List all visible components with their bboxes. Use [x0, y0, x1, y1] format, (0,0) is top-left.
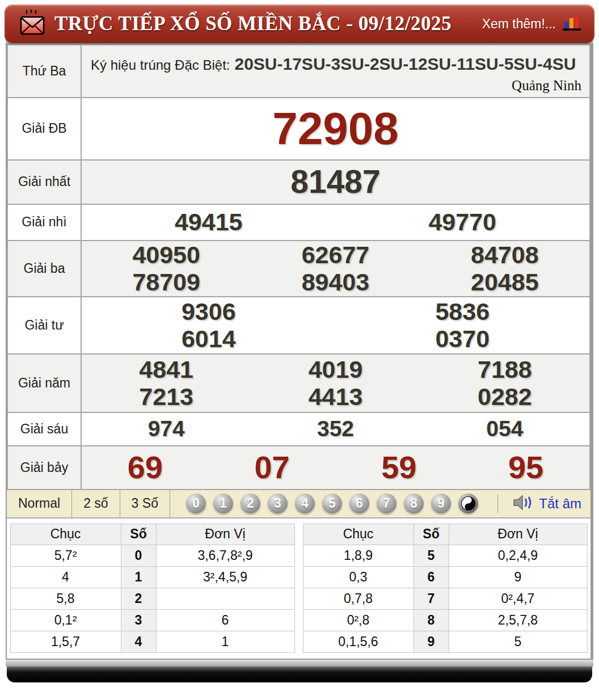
symbol-prefix: Ký hiệu trúng Đặc Biệt:: [91, 57, 230, 73]
table-row: Giải nhất 81487: [7, 160, 590, 204]
chuc-cell: 1,8,9: [303, 545, 414, 566]
results-table: Thứ Ba Ký hiệu trúng Đặc Biệt:20SU-17SU-…: [7, 44, 590, 490]
table-row: Giải tư 9306 5836 6014 0370: [7, 297, 590, 354]
yin-yang-icon[interactable]: [458, 494, 478, 513]
table-row: 1,8,9 5 0,2,4,9: [303, 545, 587, 566]
donvi-cell: 0,2,4,9: [449, 545, 587, 566]
so-cell: 8: [414, 609, 449, 631]
prize-number: 72908: [272, 103, 398, 154]
special-symbol-cell: Ký hiệu trúng Đặc Biệt:20SU-17SU-3SU-2SU…: [81, 45, 590, 98]
envelope-icon: [18, 9, 47, 39]
table-row: 5,7² 0 3,6,7,8²,9: [10, 545, 294, 566]
prize-number: 7213: [139, 383, 193, 410]
table-row: 0²,8 8 2,5,7,8: [303, 609, 587, 631]
table-row: Giải nhì 49415 49770: [7, 204, 590, 241]
table-row: Giải ĐB 72908: [7, 98, 590, 160]
table-row: Thứ Ba Ký hiệu trúng Đặc Biệt:20SU-17SU-…: [7, 45, 590, 98]
mode-normal-button[interactable]: Normal: [7, 490, 72, 517]
bar-chart-icon[interactable]: [563, 14, 582, 33]
donvi-cell: 9: [449, 566, 587, 588]
chuc-cell: 5,8: [10, 588, 121, 609]
table-row: 0,3 6 9: [303, 566, 587, 588]
donvi-cell: 3,6,7,8²,9: [156, 545, 294, 566]
table-row: 1,5,7 4 1: [10, 631, 294, 652]
province-name: Quảng Ninh: [512, 78, 581, 94]
prize-number: 69: [128, 450, 163, 486]
digit-balls: 0 1 2 3 4 5 6 7 8 9: [186, 494, 478, 513]
donvi-cell: 2,5,7,8: [449, 609, 587, 631]
chuc-cell: 0²,8: [303, 609, 414, 631]
prize-label: Giải ĐB: [7, 98, 81, 160]
chuc-cell: 0,7,8: [303, 588, 414, 609]
mute-button[interactable]: Tắt âm: [497, 494, 581, 513]
so-cell: 7: [414, 588, 449, 609]
donvi-cell: 6: [156, 609, 294, 631]
col-header-donvi: Đơn Vị: [449, 524, 587, 545]
chuc-cell: 1,5,7: [10, 631, 121, 652]
col-header-chuc: Chục: [303, 524, 414, 545]
table-row: Giải năm 4841 4019 7188 7213 4413 0282: [7, 354, 590, 412]
col-header-donvi: Đơn Vị: [156, 524, 294, 545]
digit-ball-5[interactable]: 5: [322, 494, 342, 513]
digit-ball-3[interactable]: 3: [268, 494, 288, 513]
prize-number: 07: [254, 450, 289, 486]
symbol-value: 20SU-17SU-3SU-2SU-12SU-11SU-5SU-4SU: [234, 54, 576, 73]
digit-ball-0[interactable]: 0: [186, 494, 206, 513]
table-row: 0,7,8 7 0²,4,7: [303, 588, 587, 609]
chuc-cell: 0,1,5,6: [303, 631, 414, 652]
prize-number: 0370: [435, 325, 490, 352]
table-row: Chục Số Đơn Vị: [10, 524, 294, 545]
mode-group: Normal 2 số 3 Số: [7, 490, 170, 517]
digit-ball-9[interactable]: 9: [431, 494, 451, 513]
prize-number: 62677: [302, 241, 370, 268]
prize-number: 49770: [428, 208, 496, 235]
prize-number: 4413: [309, 383, 363, 410]
digit-ball-4[interactable]: 4: [295, 494, 315, 513]
prize-number: 78709: [132, 268, 200, 296]
prize-number: 20485: [471, 268, 539, 296]
mode-2so-button[interactable]: 2 số: [72, 490, 120, 517]
prize-label: Giải năm: [7, 354, 81, 412]
col-header-so: Số: [121, 524, 156, 545]
chuc-cell: 0,1²: [10, 609, 121, 631]
prize-number: 4019: [309, 356, 363, 383]
donvi-cell: 1: [156, 631, 294, 652]
so-cell: 1: [121, 566, 156, 588]
col-header-chuc: Chục: [10, 524, 121, 545]
table-row: 0,1² 3 6: [10, 609, 294, 631]
prize-number: 81487: [290, 164, 381, 200]
so-cell: 9: [414, 631, 449, 652]
prize-number: 4841: [139, 356, 193, 383]
prize-number: 84708: [471, 241, 539, 268]
prize-number: 7188: [478, 356, 532, 383]
prize-number: 59: [381, 450, 416, 486]
donvi-cell: 5: [449, 631, 587, 652]
mode-3so-button[interactable]: 3 Số: [120, 490, 170, 517]
digit-stats: Chục Số Đơn Vị 5,7² 0 3,6,7,8²,9 4 1 3²,…: [7, 518, 590, 659]
lottery-page: TRỰC TIẾP XỔ SỐ MIỀN BẮC - 09/12/2025 Xe…: [0, 0, 599, 682]
table-row: Giải ba 40950 62677 84708 78709 89403 20…: [7, 241, 590, 297]
prize-number: 352: [317, 416, 354, 441]
see-more-link[interactable]: Xem thêm!...: [482, 16, 556, 32]
page-title: TRỰC TIẾP XỔ SỐ MIỀN BẮC - 09/12/2025: [54, 12, 452, 35]
digit-ball-1[interactable]: 1: [213, 494, 233, 513]
table-row: 4 1 3²,4,5,9: [10, 566, 294, 588]
chuc-cell: 5,7²: [10, 545, 121, 566]
header-bar: TRỰC TIẾP XỔ SỐ MIỀN BẮC - 09/12/2025 Xe…: [5, 5, 594, 43]
prize-number: 89403: [302, 268, 370, 296]
prize-number: 9306: [182, 298, 236, 325]
digit-ball-6[interactable]: 6: [349, 494, 369, 513]
table-row: 5,8 2: [10, 588, 294, 609]
digit-ball-8[interactable]: 8: [404, 494, 424, 513]
prize-label: Giải tư: [7, 297, 81, 354]
digit-ball-7[interactable]: 7: [377, 494, 396, 513]
results-frame: Thứ Ba Ký hiệu trúng Đặc Biệt:20SU-17SU-…: [6, 43, 593, 660]
table-row: 0,1,5,6 9 5: [303, 631, 587, 652]
prize-number: 40950: [132, 241, 200, 268]
speaker-icon: [513, 494, 533, 513]
chuc-cell: 0,3: [303, 566, 414, 588]
stats-table-right: Chục Số Đơn Vị 1,8,9 5 0,2,4,9 0,3 6 9 0…: [303, 524, 588, 653]
prize-label: Giải bảy: [7, 446, 81, 490]
digit-ball-2[interactable]: 2: [241, 494, 260, 513]
prize-number: 054: [486, 416, 523, 441]
